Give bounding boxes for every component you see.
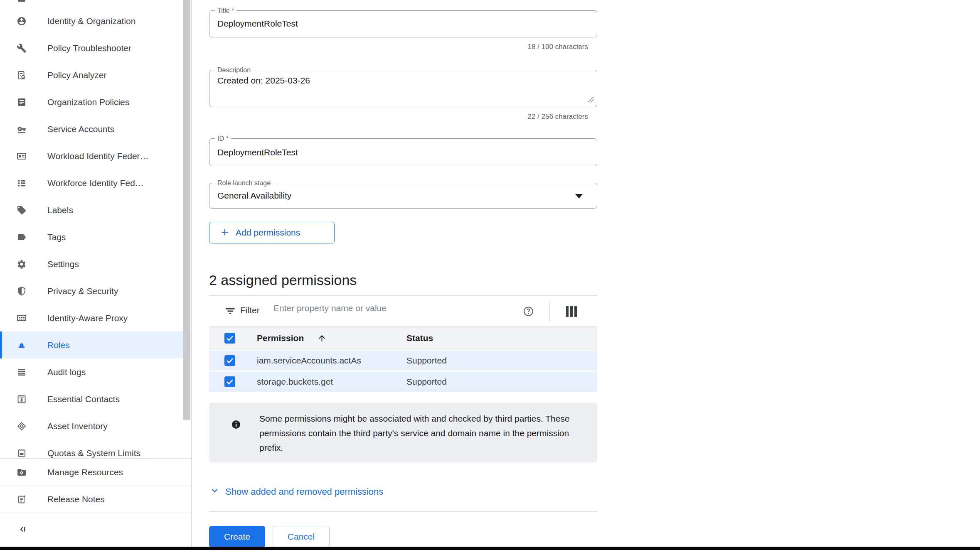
sidebar-item-label: Labels [47,205,73,215]
show-added-removed-label: Show added and removed permissions [225,486,383,497]
article-icon [17,97,27,107]
wrench-icon [17,43,27,53]
permission-row[interactable]: storage.buckets.get Supported [209,372,597,392]
create-button[interactable]: Create [209,526,265,548]
create-role-page: Identity & Organization Policy Troublesh… [0,0,980,550]
permission-row[interactable]: iam.serviceAccounts.actAs Supported [209,351,597,371]
description-field-label: Description [215,66,253,74]
sidebar-item-release-notes[interactable]: Release Notes [0,486,183,513]
row-checkbox[interactable] [224,355,235,366]
sidebar-item-label: Asset Inventory [47,421,108,431]
help-icon[interactable] [523,306,534,319]
sidebar-item-tags[interactable]: Tags [0,223,183,250]
sidebar-item-label: Essential Contacts [47,394,120,404]
sidebar-item-label: Workforce Identity Fed… [47,178,144,188]
card-membership-icon [17,151,27,161]
status-cell: Supported [406,356,447,366]
status-column-header: Status [406,333,433,343]
third-party-permissions-note: Some permissions might be associated wit… [209,403,597,462]
sort-ascending-icon[interactable] [317,334,327,345]
column-settings-icon[interactable] [566,306,577,319]
filter-label: Filter [240,305,260,315]
sidebar-item-workload-identity-federation[interactable]: Workload Identity Feder… [0,142,183,169]
sidebar-scrollbar-thumb[interactable] [183,0,190,420]
role-launch-stage-value: General Availability [217,191,291,201]
permission-cell: iam.serviceAccounts.actAs [257,356,361,366]
sidebar-item-service-accounts[interactable]: Service Accounts [0,115,183,142]
resize-handle-icon[interactable] [587,96,594,105]
pinned-divider [0,513,191,513]
row-checkbox[interactable] [224,376,235,387]
sidebar-item-label: Privacy & Security [47,286,118,296]
striped-panel-icon [17,313,27,323]
folder-gear-icon [17,467,27,477]
sidebar-item-roles[interactable]: Roles [0,331,183,358]
release-notes-icon [17,494,27,504]
add-permissions-label: Add permissions [236,228,300,238]
status-cell: Supported [406,377,447,387]
permission-cell: storage.buckets.get [257,377,333,387]
shield-icon [17,286,27,296]
sidebar-item-label: Organization Policies [47,97,129,107]
window-bottom-edge [0,547,980,550]
info-icon [231,420,241,431]
sidebar-item-workforce-identity-federation[interactable]: Workforce Identity Fed… [0,169,183,196]
clipped-icon-sliver [18,0,25,2]
description-char-counter: 22 / 256 characters [209,113,588,121]
key-badge-icon [17,124,27,134]
permission-column-header[interactable]: Permission [257,333,304,343]
sidebar-item-identity-aware-proxy[interactable]: Identity-Aware Proxy [0,304,183,331]
note-text: Some permissions might be associated wit… [259,411,575,455]
selected-indicator-bar [0,331,2,358]
sidebar-item-settings[interactable]: Settings [0,250,183,277]
sidebar-item-label: Policy Troubleshooter [47,43,131,53]
sidebar-item-label: Workload Identity Feder… [47,151,149,161]
sidebar-item-policy-analyzer[interactable]: Policy Analyzer [0,61,183,88]
nested-diamond-icon [17,421,27,431]
toolbar-divider [549,302,550,322]
sidebar-item-asset-inventory[interactable]: Asset Inventory [0,412,183,440]
show-added-removed-link[interactable]: Show added and removed permissions [209,485,383,498]
iam-admin-sidebar: Identity & Organization Policy Troublesh… [0,0,192,547]
sidebar-item-label: Policy Analyzer [47,70,106,80]
id-field-label: ID * [215,135,231,142]
create-role-form: Title * DeploymentRoleTest 18 / 100 char… [192,0,980,547]
select-all-checkbox[interactable] [224,333,235,344]
permissions-filter-bar: Filter [209,296,597,327]
title-char-counter: 18 / 100 characters [209,43,588,51]
title-field[interactable]: Title * DeploymentRoleTest [209,10,597,37]
sidebar-item-manage-resources[interactable]: Manage Resources [0,459,183,486]
description-field-value: Created on: 2025-03-26 [217,76,310,86]
collapse-sidebar-button[interactable] [15,522,32,538]
plus-icon [219,227,230,239]
title-field-label: Title * [215,7,236,15]
add-permissions-button[interactable]: Add permissions [209,222,335,243]
hat-icon [17,340,27,350]
sidebar-item-policy-troubleshooter[interactable]: Policy Troubleshooter [0,34,183,61]
sidebar-item-labels[interactable]: Labels [0,196,183,223]
description-field[interactable]: Description Created on: 2025-03-26 [209,70,597,107]
bulleted-list-icon [17,178,27,188]
sidebar-item-audit-logs[interactable]: Audit logs [0,358,183,385]
sidebar-item-essential-contacts[interactable]: Essential Contacts [0,385,183,412]
sidebar-item-label: Service Accounts [47,124,114,134]
dropdown-caret-icon [575,194,583,199]
sidebar-item-organization-policies[interactable]: Organization Policies [0,88,183,115]
divider [209,392,597,392]
account-circle-icon [17,16,27,26]
role-launch-stage-select[interactable]: Role launch stage General Availability [209,183,597,209]
sidebar-item-identity-organization[interactable]: Identity & Organization [0,7,183,34]
contact-card-icon [17,394,27,404]
permissions-table-header: Permission Status [209,327,597,350]
label-arrow-icon [17,232,27,242]
sidebar-item-privacy-security[interactable]: Privacy & Security [0,277,183,304]
sidebar-item-label: Settings [47,259,79,269]
sidebar-item-label: Roles [47,340,70,350]
id-field[interactable]: ID * DeploymentRoleTest [209,138,597,166]
sidebar-item-label: Release Notes [47,494,105,504]
gear-icon [17,259,27,269]
chevron-down-icon [209,485,220,498]
filter-input[interactable] [273,303,506,313]
sidebar-item-label: Audit logs [47,367,86,377]
cancel-button[interactable]: Cancel [273,526,330,548]
